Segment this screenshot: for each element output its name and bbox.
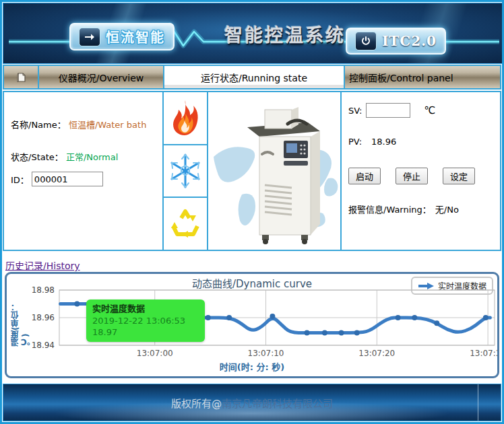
flame-icon <box>170 99 200 137</box>
tab-overview[interactable]: 仪器概况/Overview <box>39 66 163 88</box>
control-buttons-row: 启动 停止 设定 <box>348 168 475 184</box>
history-link[interactable]: 历史记录/History <box>5 260 80 271</box>
temperature-unit: ℃ <box>424 104 435 116</box>
state-value: 正常/Normal <box>66 152 118 162</box>
set-button[interactable]: 设定 <box>443 168 475 184</box>
page-icon <box>15 71 27 83</box>
chart-tooltip: 实时温度数据 2019-12-22 13:06:53 18.97 <box>86 299 205 342</box>
tab-home-icon-cell[interactable] <box>4 66 38 88</box>
sv-input[interactable] <box>366 103 410 118</box>
arrow-right-icon <box>79 28 100 46</box>
tooltip-datetime: 2019-12-22 13:06:53 <box>92 315 199 327</box>
warning-label: 报警信息/Warning： <box>348 203 431 215</box>
svg-text:13:07:10: 13:07:10 <box>248 349 284 358</box>
svg-text:18.94: 18.94 <box>32 341 55 350</box>
state-label: 状态/State： <box>11 152 63 162</box>
dynamic-curve-panel: 动态曲线/Dynamic curve 实时温度数据 18.9818.9618.9… <box>5 272 499 378</box>
svg-text:13:07:20: 13:07:20 <box>358 349 395 358</box>
brand-left-label: 恒流智能 <box>106 27 165 46</box>
tab-control-panel[interactable]: 控制面板/Control panel <box>345 66 500 88</box>
pv-row: PV: 18.96 <box>348 137 396 147</box>
svg-text:13:07:00: 13:07:00 <box>137 349 173 358</box>
device-id-row: ID： <box>11 172 103 186</box>
svg-text:18.96: 18.96 <box>32 313 55 322</box>
sv-label: SV: <box>348 106 362 116</box>
device-id-input[interactable] <box>32 172 103 186</box>
copyright-prefix: 版权所有@ <box>171 396 222 410</box>
water-bath-machine <box>247 107 320 244</box>
sv-row: SV: ℃ <box>348 103 435 118</box>
footer-banner: 版权所有@南京凡帝朗科技有限公司 <box>3 384 501 421</box>
header-banner: 恒流智能 智能控温系统 ITC2.0 <box>3 3 503 64</box>
brand-badge-right: ITC2.0 <box>346 28 446 55</box>
cooling-indicator-cell <box>164 145 207 197</box>
stop-button[interactable]: 停止 <box>396 168 428 184</box>
start-button[interactable]: 启动 <box>348 168 381 184</box>
tab-bar: 仪器概况/Overview 运行状态/Running state 控制面板/Co… <box>3 65 501 90</box>
warning-value: 无/No <box>435 203 459 215</box>
pv-label: PV: <box>348 137 362 147</box>
name-label: 名称/Name： <box>11 120 66 130</box>
brand-badge-left: 恒流智能 <box>69 23 175 50</box>
warning-row: 报警信息/Warning： 无/No <box>348 203 459 215</box>
tooltip-value: 18.97 <box>92 326 199 339</box>
tooltip-title: 实时温度数据 <box>92 303 199 315</box>
snowflake-icon <box>168 152 203 190</box>
company-name: 南京凡帝朗科技有限公司 <box>222 396 333 410</box>
device-info-panel: 名称/Name： 恒温槽/Water bath 状态/State： 正常/Nor… <box>4 92 162 250</box>
device-state-row: 状态/State： 正常/Normal <box>11 150 118 163</box>
product-version-label: ITC2.0 <box>382 33 437 49</box>
footer-divider <box>478 384 478 421</box>
y-axis-label: 温度(单位：℃) <box>9 290 30 347</box>
status-icon-column <box>164 92 207 250</box>
app-window: 恒流智能 智能控温系统 ITC2.0 仪器概况/Overview 运行状态/Ru… <box>0 0 504 424</box>
main-content: 名称/Name： 恒温槽/Water bath 状态/State： 正常/Nor… <box>3 91 501 251</box>
heating-indicator-cell <box>164 92 207 144</box>
svg-text:13:07:30: 13:07:30 <box>470 349 497 358</box>
control-panel: SV: ℃ PV: 18.96 启动 停止 设定 报警信息/Warning： 无… <box>342 92 500 250</box>
x-axis-label: 时间(时: 分: 秒) <box>7 360 497 373</box>
id-label: ID： <box>11 173 29 186</box>
name-value: 恒温槽/Water bath <box>69 120 147 130</box>
tab-running-state[interactable]: 运行状态/Running state <box>164 66 344 88</box>
recycle-icon <box>168 207 203 241</box>
device-photo-cell <box>208 92 340 250</box>
svg-text:18.98: 18.98 <box>32 285 55 295</box>
eco-indicator-cell <box>164 198 207 250</box>
pv-value: 18.96 <box>371 137 396 147</box>
device-photo <box>208 92 340 250</box>
power-icon <box>355 32 377 50</box>
system-title: 智能控温系统 <box>224 21 346 47</box>
history-section: 历史记录/History <box>5 258 80 271</box>
device-name-row: 名称/Name： 恒温槽/Water bath <box>11 118 146 131</box>
